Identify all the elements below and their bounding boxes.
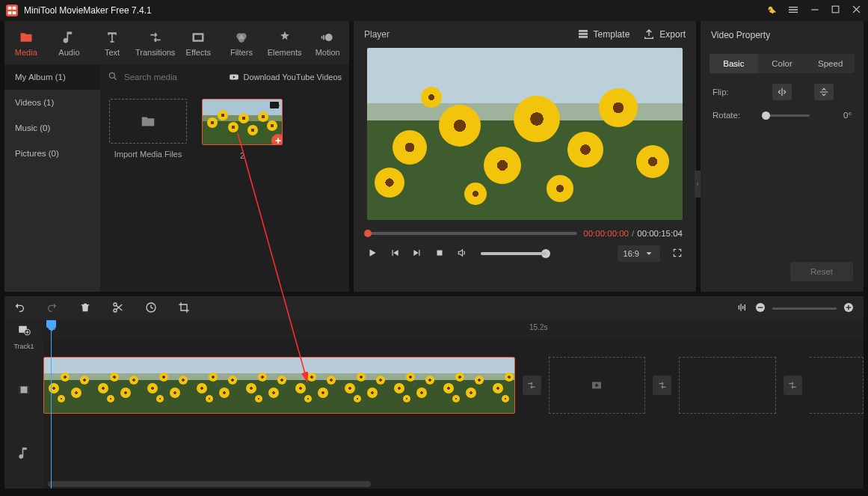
video-type-icon (270, 102, 279, 108)
volume-slider[interactable] (481, 252, 547, 255)
add-track-icon[interactable] (4, 320, 43, 340)
add-to-timeline-icon[interactable]: + (271, 134, 283, 145)
upgrade-icon[interactable] (766, 4, 777, 17)
tab-effects-label: Effects (186, 48, 211, 57)
zoom-slider[interactable] (772, 307, 837, 310)
transition-slot-2[interactable] (653, 376, 671, 395)
svg-rect-19 (742, 306, 743, 309)
svg-rect-1 (832, 6, 839, 13)
svg-rect-22 (758, 307, 763, 307)
tab-color[interactable]: Color (758, 54, 807, 73)
tab-text[interactable]: Text (90, 24, 134, 64)
collapse-handle[interactable]: › (695, 171, 701, 198)
svg-rect-20 (745, 304, 745, 310)
transition-slot-3[interactable] (784, 376, 802, 395)
rotate-label: Rotate: (712, 111, 750, 120)
fullscreen-icon[interactable] (672, 248, 683, 260)
export-label: Export (659, 29, 686, 40)
tab-motion-label: Motion (316, 48, 340, 57)
timeline-clip[interactable] (43, 357, 515, 414)
crop-icon[interactable] (178, 301, 190, 316)
svg-line-11 (114, 77, 117, 79)
player-title: Player (364, 29, 390, 40)
tab-effects[interactable]: Effects (177, 24, 221, 64)
empty-slot-3[interactable] (810, 357, 864, 414)
tab-elements-label: Elements (268, 48, 302, 57)
close-icon[interactable] (851, 4, 862, 17)
tab-filters-label: Filters (230, 48, 253, 57)
video-track[interactable] (43, 353, 864, 417)
audio-track-icon[interactable] (736, 301, 748, 316)
tab-filters[interactable]: Filters (220, 24, 263, 64)
audio-track-row-icon (4, 426, 43, 479)
svg-point-9 (325, 34, 333, 41)
undo-icon[interactable] (13, 301, 25, 316)
transition-slot-1[interactable] (523, 376, 541, 395)
template-label: Template (594, 29, 630, 40)
menu-icon[interactable] (787, 4, 799, 18)
import-media-button[interactable] (109, 99, 187, 144)
speed-icon[interactable] (145, 301, 157, 316)
flip-label: Flip: (712, 88, 750, 97)
media-clip-label: 2 (240, 151, 244, 160)
category-videos[interactable]: Videos (1) (4, 90, 100, 115)
playhead[interactable] (51, 320, 52, 489)
titlebar: MiniTool MovieMaker Free 7.4.1 (0, 0, 868, 21)
seek-slider[interactable] (367, 232, 577, 235)
timeline-toolbar (4, 296, 864, 320)
empty-slot-2[interactable] (679, 357, 776, 414)
svg-rect-17 (739, 305, 739, 309)
rotate-slider[interactable] (765, 114, 810, 117)
svg-rect-18 (740, 304, 741, 310)
category-pictures[interactable]: Pictures (0) (4, 141, 100, 166)
delete-icon[interactable] (79, 301, 91, 316)
tab-elements[interactable]: Elements (263, 24, 307, 64)
tab-speed[interactable]: Speed (806, 54, 855, 73)
flip-vertical-button[interactable] (814, 84, 834, 100)
tab-media[interactable]: Media (4, 24, 48, 64)
export-button[interactable]: Export (643, 28, 686, 40)
category-music[interactable]: Music (0) (4, 115, 100, 141)
template-button[interactable]: Template (577, 28, 630, 40)
tab-basic[interactable]: Basic (710, 54, 758, 73)
play-icon[interactable] (367, 248, 378, 260)
prev-frame-icon[interactable] (390, 248, 400, 260)
next-frame-icon[interactable] (412, 248, 422, 260)
svg-rect-29 (19, 387, 20, 394)
category-my-album[interactable]: My Album (1) (4, 64, 100, 90)
app-title: MiniTool MovieMaker Free 7.4.1 (24, 5, 766, 16)
tab-text-label: Text (105, 48, 120, 57)
volume-icon[interactable] (457, 248, 467, 260)
svg-rect-5 (194, 35, 202, 40)
reset-button[interactable]: Reset (790, 262, 853, 281)
zoom-out-icon[interactable] (754, 301, 766, 316)
aspect-ratio-select[interactable]: 16:9 (618, 245, 660, 262)
empty-slot-1[interactable] (549, 357, 646, 414)
timeline-scrollbar[interactable] (48, 481, 856, 487)
maximize-icon[interactable] (831, 4, 840, 16)
download-youtube-label: Download YouTube Videos (244, 73, 342, 82)
stop-icon[interactable] (434, 248, 445, 260)
flip-horizontal-button[interactable] (772, 84, 792, 100)
tab-media-label: Media (15, 48, 37, 57)
split-icon[interactable] (112, 301, 124, 316)
svg-point-10 (109, 73, 114, 78)
main-toolbar: Media Audio Text Transitions Effects Fil… (4, 21, 349, 64)
property-panel: › Video Property Basic Color Speed Flip:… (701, 21, 864, 292)
tab-transitions[interactable]: Transitions (134, 24, 177, 64)
media-panel: Media Audio Text Transitions Effects Fil… (4, 21, 349, 292)
tab-audio[interactable]: Audio (48, 24, 91, 64)
redo-icon[interactable] (46, 301, 58, 316)
download-youtube-button[interactable]: Download YouTube Videos (229, 72, 342, 82)
svg-rect-13 (437, 250, 443, 255)
search-input[interactable] (124, 73, 214, 82)
zoom-in-icon[interactable] (843, 301, 855, 316)
minimize-icon[interactable] (810, 4, 820, 17)
svg-rect-30 (28, 387, 29, 394)
track-label: Track1 (4, 340, 43, 353)
media-clip[interactable]: + (202, 99, 283, 145)
tab-motion[interactable]: Motion (306, 24, 349, 64)
tab-transitions-label: Transitions (135, 48, 175, 57)
time-ruler[interactable]: 0s 15.2s (43, 320, 864, 340)
preview-viewport[interactable] (367, 48, 683, 220)
